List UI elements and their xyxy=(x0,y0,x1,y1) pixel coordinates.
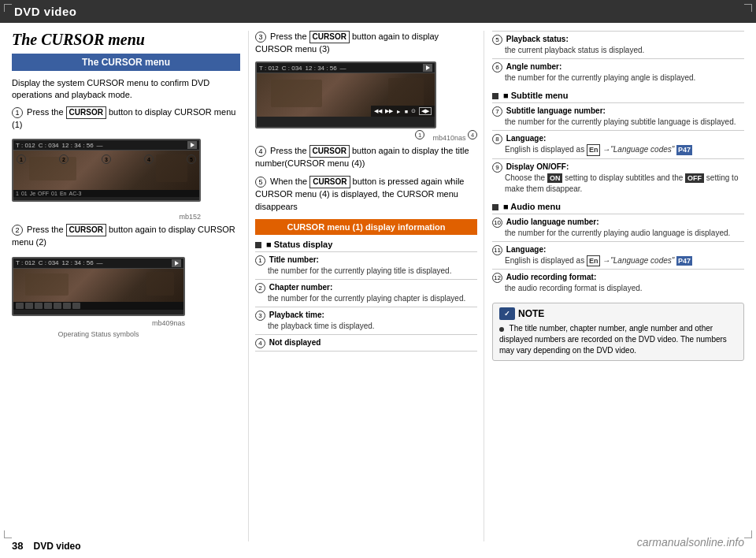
screen-3-caption: 1 mb410nas 4 xyxy=(255,130,477,142)
screen-3-callout-left: 1 xyxy=(415,135,426,142)
right-num-6: 6 xyxy=(492,62,502,73)
note-icon: ✓ xyxy=(499,307,515,320)
screen-1-top-bar: T : 012 C : 034 12 : 34 : 56 — xyxy=(13,140,199,151)
screen-2: T : 012 C : 034 12 : 34 : 56 — xyxy=(12,257,185,316)
callout-3: 3 xyxy=(102,154,111,164)
callout-8: 8 xyxy=(84,200,94,202)
figure-silhouette-6 xyxy=(388,78,424,108)
status-detail-1: the number for the currently playing tit… xyxy=(255,266,477,277)
right-label-8: Language: xyxy=(506,134,547,143)
screen-2-top-bar: T : 012 C : 034 12 : 34 : 56 — xyxy=(13,259,183,269)
intro-text: Display the system CURSOR menu to confir… xyxy=(12,77,240,102)
figure-silhouette-3 xyxy=(25,273,69,296)
status-item-2: 2 Chapter number: the number for the cur… xyxy=(255,279,477,307)
en-badge-2: En xyxy=(587,255,601,267)
callout-10: 10 xyxy=(153,200,162,202)
on-badge: ON xyxy=(547,173,563,184)
cursor-button-2: CURSOR xyxy=(66,224,106,236)
right-item-10: 10 Audio language number: the number for… xyxy=(492,214,744,241)
status-item-3: 3 Playback time: the playback time is di… xyxy=(255,307,477,334)
step-4-num: 4 xyxy=(255,146,266,157)
cursor-button-1: CURSOR xyxy=(66,106,106,119)
right-label-7: Subtitle language number: xyxy=(506,106,606,115)
ctrl-btn-4 xyxy=(44,303,52,309)
corner-mark-bl xyxy=(4,530,12,538)
status-items-list: 1 Title number: the number for the curre… xyxy=(255,251,477,352)
screen-1-bottom-bar: 1 01 Je OFF 01 En AC-3 xyxy=(13,190,199,197)
right-num-8: 8 xyxy=(492,134,502,144)
right-column: 5 Playback status: the current playback … xyxy=(484,31,744,541)
right-num-5: 5 xyxy=(492,35,502,45)
callout-2: 2 xyxy=(59,154,69,164)
status-num-2: 2 xyxy=(255,283,265,293)
play-icon xyxy=(187,141,197,149)
status-item-4: 4 Not displayed xyxy=(255,334,477,352)
step-3-text: 3 Press the CURSOR button again to displ… xyxy=(255,31,477,55)
corner-mark-br xyxy=(744,530,752,538)
ctrl-btn-5 xyxy=(54,303,61,309)
right-item-12: 12 Audio recording format: the audio rec… xyxy=(492,269,744,296)
status-label-2: Chapter number: xyxy=(269,283,333,292)
status-label-3: Playback time: xyxy=(269,311,324,319)
screen-3-top-bar: T : 012 C : 034 12 : 34 : 56 — xyxy=(257,63,435,73)
right-num-9: 9 xyxy=(492,162,502,173)
callout-5: 5 xyxy=(187,154,196,164)
screen-2-controls xyxy=(16,303,80,309)
right-num-10: 10 xyxy=(492,218,502,228)
screen-2-caption: Operating Status symbols xyxy=(12,330,185,338)
figure-silhouette-4 xyxy=(146,272,174,296)
step-1-num: 1 xyxy=(12,107,23,118)
right-label-12: Audio recording format: xyxy=(506,273,596,281)
note-text: The title number, chapter number, angle … xyxy=(499,323,737,356)
ctrl-btn-2 xyxy=(25,303,33,309)
right-num-12: 12 xyxy=(492,273,502,283)
figure-silhouette-5 xyxy=(271,80,322,107)
screen-2-code: mb409nas xyxy=(12,319,185,327)
callout-bottom-row: 6 7 8 9 10 11 xyxy=(13,200,199,202)
right-detail-6: the number for the currently playing ang… xyxy=(492,73,744,84)
callout-7: 7 xyxy=(50,200,60,202)
mid-column: 3 Press the CURSOR button again to displ… xyxy=(248,31,484,541)
header-bar: DVD video xyxy=(0,0,756,23)
right-detail-10: the number for the currently playing aud… xyxy=(492,228,744,239)
note-header: ✓ NOTE xyxy=(499,307,737,320)
cursor-button-4: CURSOR xyxy=(309,145,350,158)
subtitle-menu-title: ■ Subtitle menu xyxy=(492,91,744,100)
note-title: NOTE xyxy=(518,308,544,319)
step-4-text: 4 Press the CURSOR button again to displ… xyxy=(255,145,477,169)
play-icon-2 xyxy=(172,259,181,267)
status-label-1: Title number: xyxy=(269,255,319,264)
watermark: carmanualsonline.info xyxy=(637,536,744,549)
page-number: 38 xyxy=(12,540,23,552)
cursor-button-5: CURSOR xyxy=(309,176,350,188)
black-square-3 xyxy=(492,204,498,210)
cursor-menu-overlay: ◀◀ ▶▶ ► ■ ⊙ ◀▶ xyxy=(371,106,435,117)
right-item-6: 6 Angle number: the number for the curre… xyxy=(492,58,744,86)
left-column: The CURSOR menu The CURSOR menu Display … xyxy=(12,31,248,541)
callout-9: 9 xyxy=(119,200,128,202)
callout-11: 11 xyxy=(187,200,196,202)
black-square-2 xyxy=(492,93,498,99)
status-detail-2: the number for the currently playing cha… xyxy=(255,293,477,304)
footer: 38 DVD video carmanualsonline.info xyxy=(0,540,756,552)
status-label-4: Not displayed xyxy=(269,338,321,347)
screen-1: T : 012 C : 034 12 : 34 : 56 — 1 2 3 4 5 xyxy=(12,139,201,202)
audio-menu-title: ■ Audio menu xyxy=(492,202,744,211)
footer-section: DVD video xyxy=(34,541,81,552)
corner-mark-tl xyxy=(4,4,12,12)
right-num-11: 11 xyxy=(492,245,502,255)
black-square-1 xyxy=(255,242,261,248)
step-5-text: 5 When the CURSOR button is pressed agai… xyxy=(255,176,477,213)
p47-badge-1: P47 xyxy=(676,145,692,155)
status-num-4: 4 xyxy=(255,338,265,348)
status-num-3: 3 xyxy=(255,311,265,321)
right-detail-8: English is displayed as En →"Language co… xyxy=(492,144,744,156)
right-label-9: Display ON/OFF: xyxy=(506,162,569,171)
right-item-8: 8 Language: English is displayed as En →… xyxy=(492,130,744,158)
footer-left: 38 DVD video xyxy=(12,540,81,552)
ctrl-btn-7 xyxy=(72,303,80,309)
note-body: The title number, chapter number, angle … xyxy=(499,324,727,355)
right-item-9: 9 Display ON/OFF: Choose the ON setting … xyxy=(492,158,744,197)
callout-4: 4 xyxy=(144,154,154,164)
screen-2-wrapper: T : 012 C : 034 12 : 34 : 56 — xyxy=(12,254,185,341)
